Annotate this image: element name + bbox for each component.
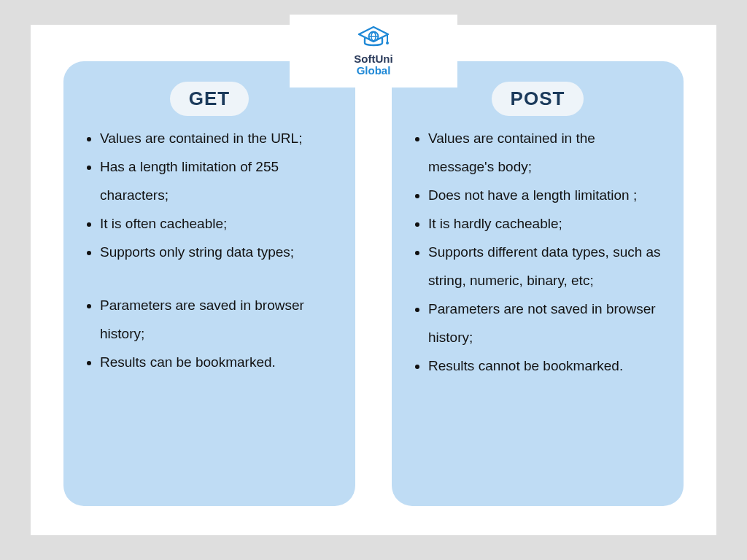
logo-box: SoftUni Global (290, 15, 457, 88)
get-points-group-1: Values are contained in the URL; Has a l… (82, 125, 336, 267)
logo-text: SoftUni Global (354, 53, 392, 77)
graduation-cap-icon (357, 26, 390, 50)
logo-line-2: Global (357, 64, 391, 77)
list-item: Does not have a length limitation ; (428, 182, 665, 210)
spacer (82, 267, 336, 292)
list-item: Supports different data types, such as s… (428, 238, 665, 295)
svg-point-4 (386, 42, 389, 44)
list-item: Supports only string data types; (100, 238, 336, 267)
list-item: Parameters are saved in browser history; (100, 292, 336, 349)
card-get: GET Values are contained in the URL; Has… (63, 61, 355, 506)
list-item: Results can be bookmarked. (100, 349, 336, 377)
list-item: Values are contained in the URL; (100, 125, 336, 153)
badge-get: GET (170, 82, 249, 116)
list-item: Parameters are not saved in browser hist… (428, 295, 665, 352)
list-item: Has a length limitation of 255 character… (100, 153, 336, 210)
list-item: It is hardly cacheable; (428, 210, 665, 238)
list-item: Results cannot be bookmarked. (428, 352, 665, 381)
get-points-group-2: Parameters are saved in browser history;… (82, 292, 336, 377)
post-points: Values are contained in the message's bo… (411, 125, 665, 380)
comparison-page: SoftUni Global GET Values are contained … (31, 25, 716, 535)
list-item: Values are contained in the message's bo… (428, 125, 665, 182)
list-item: It is often cacheable; (100, 210, 336, 238)
svg-marker-0 (359, 27, 388, 42)
card-post: POST Values are contained in the message… (392, 61, 684, 506)
badge-post: POST (492, 82, 584, 116)
logo-line-1: SoftUni (354, 52, 392, 65)
